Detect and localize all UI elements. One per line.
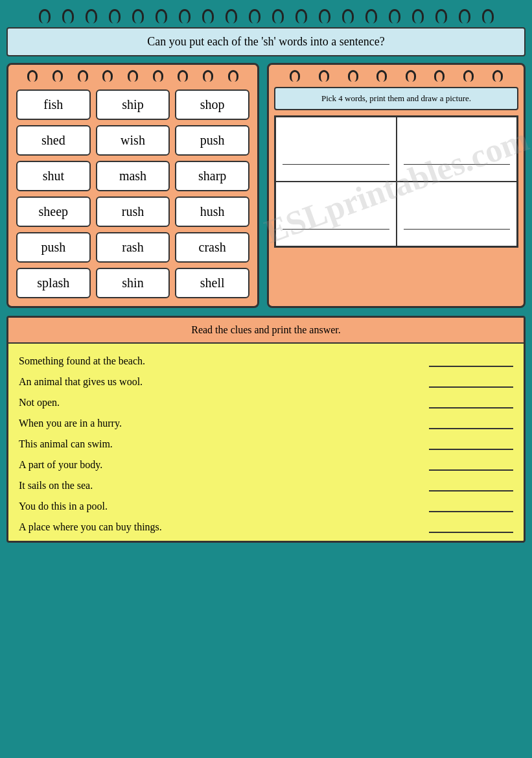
clue-row: It sails on the sea.	[19, 473, 513, 494]
spiral-ring	[412, 9, 424, 23]
spiral-ring	[228, 70, 238, 82]
spiral-ring	[459, 9, 470, 23]
draw-cell-4	[397, 182, 518, 246]
spiral-ring	[203, 70, 213, 82]
clue-text: A place where you can buy things.	[19, 521, 416, 533]
spiral-ring	[319, 9, 330, 23]
draw-line-2	[404, 164, 511, 165]
spiral-ring	[86, 9, 97, 23]
spiral-ring	[376, 70, 387, 82]
draw-cell-3	[275, 182, 397, 246]
spiral-ring	[295, 9, 307, 23]
word-cell: hush	[175, 196, 249, 227]
header-banner: Can you put each of the 'sh' words into …	[6, 27, 526, 56]
clue-answer-line	[429, 447, 513, 450]
spiral-ring	[27, 70, 38, 82]
word-cell: shut	[16, 161, 91, 191]
clue-answer-line	[429, 385, 513, 388]
spiral-ring	[179, 9, 191, 23]
clue-text: A part of your body.	[19, 459, 416, 471]
draw-line-3	[283, 229, 389, 230]
clue-row: An animal that gives us wool.	[19, 370, 513, 390]
clue-row: A part of your body.	[19, 453, 513, 473]
spiral-ring	[389, 9, 400, 23]
word-cell: mash	[96, 161, 170, 191]
spiral-ring	[348, 70, 358, 82]
spiral-ring	[342, 9, 354, 23]
word-cell: shell	[175, 268, 249, 298]
clue-text: When you are in a hurry.	[19, 418, 416, 429]
spiral-ring	[406, 70, 416, 82]
clue-text: It sails on the sea.	[19, 480, 416, 492]
word-notebook: fishshipshopshedwishpushshutmashsharpshe…	[6, 63, 259, 308]
word-notebook-spiral	[14, 70, 252, 87]
spiral-ring	[156, 9, 167, 23]
clue-text: Not open.	[19, 397, 416, 409]
clue-answer-line	[429, 510, 513, 512]
word-cell: sheep	[16, 196, 91, 227]
spiral-ring	[153, 70, 163, 82]
spiral-ring	[109, 9, 121, 23]
clue-text: You do this in a pool.	[19, 501, 416, 512]
spiral-ring	[492, 70, 503, 82]
word-cell: ship	[96, 89, 170, 120]
clue-row: Something found at the beach.	[19, 349, 513, 370]
word-cell: rash	[96, 232, 170, 263]
clue-answer-line	[429, 468, 513, 471]
spiral-ring	[78, 70, 88, 82]
clues-header: Read the clues and print the answer.	[8, 318, 524, 344]
draw-line-1	[283, 164, 389, 165]
spiral-ring	[272, 9, 284, 23]
spiral-ring	[226, 9, 237, 23]
spiral-ring	[128, 70, 138, 82]
word-cell: fish	[16, 89, 91, 120]
clues-body: Something found at the beach.An animal t…	[8, 344, 524, 541]
spiral-ring	[132, 9, 144, 23]
spiral-ring	[102, 70, 113, 82]
word-cell: shed	[16, 125, 91, 156]
spiral-ring	[62, 9, 74, 23]
word-cell: shop	[175, 89, 249, 120]
pick-notebook-spiral	[274, 70, 518, 87]
clue-row: Not open.	[19, 390, 513, 411]
draw-cell-2	[397, 117, 518, 182]
word-cell: push	[16, 232, 91, 263]
clue-answer-line	[429, 406, 513, 409]
spiral-ring	[365, 9, 377, 23]
draw-grid	[274, 115, 518, 248]
clue-answer-line	[429, 489, 513, 492]
pick-instruction: Pick 4 words, print them and draw a pict…	[274, 87, 518, 110]
clue-text: An animal that gives us wool.	[19, 376, 416, 388]
word-cell: wish	[96, 125, 170, 156]
clues-section: Read the clues and print the answer. Som…	[6, 316, 526, 543]
draw-cell-1	[275, 117, 397, 182]
spiral-ring	[482, 9, 494, 23]
spiral-ring	[319, 70, 329, 82]
top-spiral-binding	[6, 6, 526, 26]
clue-text: This animal can swim.	[19, 438, 416, 450]
clue-row: This animal can swim.	[19, 432, 513, 453]
clue-answer-line	[429, 364, 513, 367]
clue-row: You do this in a pool.	[19, 494, 513, 515]
clues-header-text: Read the clues and print the answer.	[191, 324, 341, 335]
clue-row: When you are in a hurry.	[19, 411, 513, 432]
pick-instruction-text: Pick 4 words, print them and draw a pict…	[321, 93, 471, 103]
clue-answer-line	[429, 427, 513, 429]
clue-answer-line	[429, 530, 513, 533]
word-cell: shin	[96, 268, 170, 298]
spiral-ring	[435, 9, 447, 23]
spiral-ring	[463, 70, 474, 82]
spiral-ring	[249, 9, 260, 23]
word-grid: fishshipshopshedwishpushshutmashsharpshe…	[14, 87, 252, 301]
main-content-row: fishshipshopshedwishpushshutmashsharpshe…	[6, 63, 526, 308]
spiral-ring	[290, 70, 300, 82]
clue-text: Something found at the beach.	[19, 355, 416, 367]
spiral-ring	[39, 9, 51, 23]
word-cell: rush	[96, 196, 170, 227]
pick-notebook: Pick 4 words, print them and draw a pict…	[267, 63, 526, 308]
clue-row: A place where you can buy things.	[19, 515, 513, 536]
header-question: Can you put each of the 'sh' words into …	[147, 35, 384, 48]
spiral-ring	[434, 70, 445, 82]
spiral-ring	[52, 70, 63, 82]
word-cell: sharp	[175, 161, 249, 191]
